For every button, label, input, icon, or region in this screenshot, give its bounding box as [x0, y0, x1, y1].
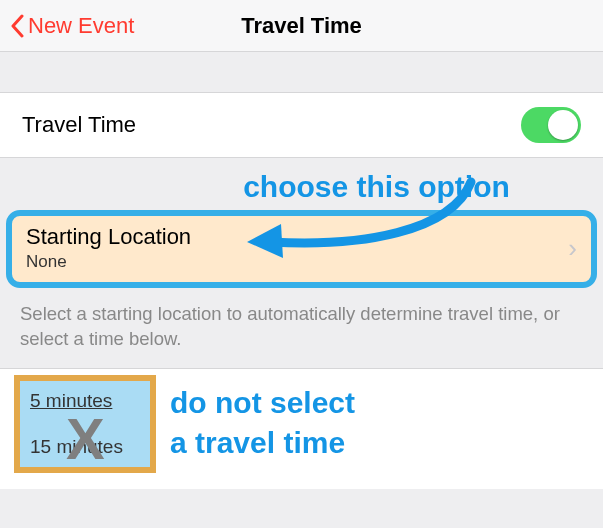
svg-marker-0 — [247, 224, 283, 258]
travel-time-toggle[interactable] — [521, 107, 581, 143]
chevron-right-icon: › — [568, 233, 577, 264]
annotation-choose: choose this option — [150, 170, 603, 204]
annotation-x-box: 5 minutes 15 minutes X — [14, 375, 156, 473]
time-options-section: 5 minutes 15 minutes X do not select a t… — [0, 369, 603, 489]
back-button[interactable]: New Event — [0, 13, 134, 39]
helper-text: Select a starting location to automatica… — [0, 288, 603, 368]
travel-time-label: Travel Time — [22, 112, 136, 138]
annotation-x-mark: X — [66, 405, 105, 472]
chevron-left-icon — [10, 14, 24, 38]
spacer — [0, 52, 603, 92]
annotation-line2: a travel time — [170, 423, 355, 464]
starting-location-value: None — [26, 252, 191, 272]
back-label: New Event — [28, 13, 134, 39]
annotation-do-not-select: do not select a travel time — [170, 383, 355, 464]
nav-bar: New Event Travel Time — [0, 0, 603, 52]
travel-time-row: Travel Time — [0, 92, 603, 158]
annotation-line1: do not select — [170, 383, 355, 424]
starting-location-row[interactable]: Starting Location None › — [6, 210, 597, 288]
starting-location-label: Starting Location — [26, 224, 191, 250]
